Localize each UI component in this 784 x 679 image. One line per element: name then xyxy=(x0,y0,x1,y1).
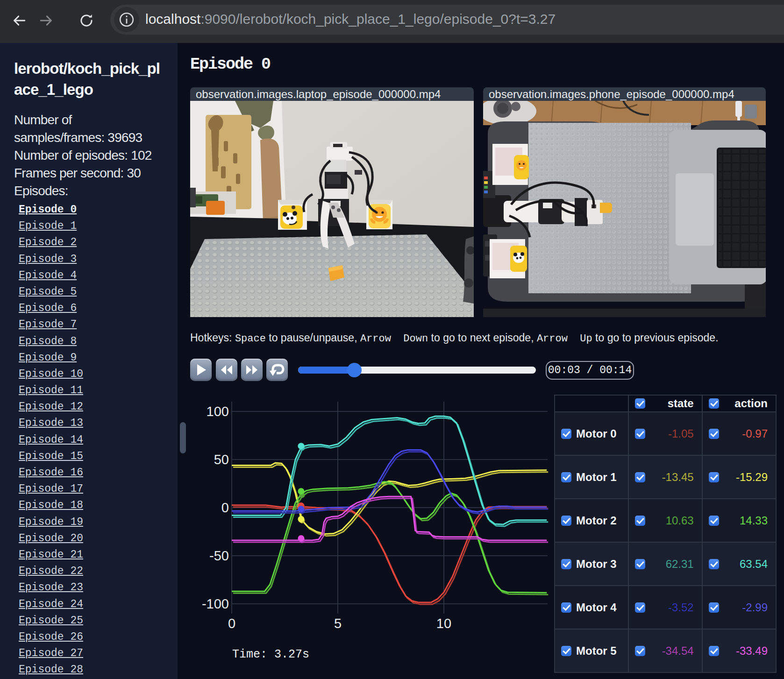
svg-text:-100: -100 xyxy=(202,596,229,611)
svg-text:100: 100 xyxy=(207,404,229,419)
svg-text:5: 5 xyxy=(334,616,342,631)
svg-text:0: 0 xyxy=(228,616,235,631)
svg-text:-50: -50 xyxy=(209,548,229,563)
svg-text:0: 0 xyxy=(221,500,229,515)
svg-text:10: 10 xyxy=(436,616,451,631)
svg-text:50: 50 xyxy=(214,452,229,467)
